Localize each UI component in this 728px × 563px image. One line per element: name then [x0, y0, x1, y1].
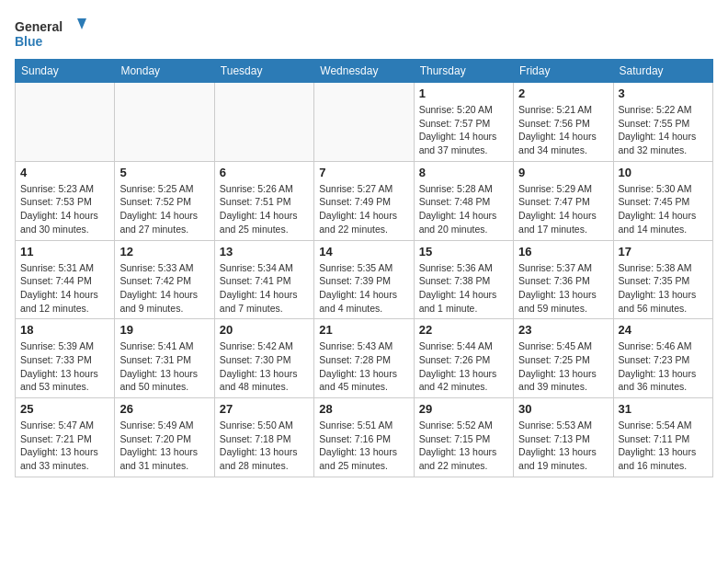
day-number: 12: [119, 245, 209, 259]
day-info: Sunrise: 5:47 AM Sunset: 7:21 PM Dayligh…: [20, 419, 109, 473]
day-number: 31: [619, 402, 708, 416]
calendar-header-row: SundayMondayTuesdayWednesdayThursdayFrid…: [16, 60, 713, 83]
calendar-cell: 13Sunrise: 5:34 AM Sunset: 7:41 PM Dayli…: [214, 240, 313, 319]
calendar-cell: 20Sunrise: 5:42 AM Sunset: 7:30 PM Dayli…: [214, 319, 313, 398]
day-info: Sunrise: 5:33 AM Sunset: 7:42 PM Dayligh…: [119, 261, 209, 316]
calendar-cell: 19Sunrise: 5:41 AM Sunset: 7:31 PM Dayli…: [115, 319, 214, 398]
calendar-cell: 11Sunrise: 5:31 AM Sunset: 7:44 PM Dayli…: [16, 240, 115, 319]
day-number: 19: [119, 323, 209, 337]
day-number: 26: [119, 402, 209, 416]
col-header-wednesday: Wednesday: [314, 60, 414, 83]
day-info: Sunrise: 5:20 AM Sunset: 7:57 PM Dayligh…: [419, 103, 508, 157]
day-info: Sunrise: 5:27 AM Sunset: 7:49 PM Dayligh…: [319, 182, 408, 236]
calendar-table: SundayMondayTuesdayWednesdayThursdayFrid…: [15, 59, 713, 477]
calendar-cell: [314, 83, 414, 162]
day-info: Sunrise: 5:51 AM Sunset: 7:16 PM Dayligh…: [319, 419, 408, 473]
day-number: 16: [518, 245, 608, 259]
day-info: Sunrise: 5:36 AM Sunset: 7:38 PM Dayligh…: [419, 261, 508, 316]
col-header-saturday: Saturday: [613, 60, 712, 83]
day-number: 24: [619, 323, 708, 337]
svg-text:General: General: [15, 19, 63, 34]
day-info: Sunrise: 5:35 AM Sunset: 7:39 PM Dayligh…: [319, 261, 408, 316]
day-info: Sunrise: 5:45 AM Sunset: 7:25 PM Dayligh…: [518, 339, 608, 394]
calendar-cell: 8Sunrise: 5:28 AM Sunset: 7:48 PM Daylig…: [414, 161, 513, 240]
day-info: Sunrise: 5:54 AM Sunset: 7:11 PM Dayligh…: [619, 419, 708, 473]
day-number: 29: [419, 402, 508, 416]
calendar-week-row: 18Sunrise: 5:39 AM Sunset: 7:33 PM Dayli…: [16, 319, 713, 398]
day-info: Sunrise: 5:37 AM Sunset: 7:36 PM Dayligh…: [518, 261, 608, 316]
logo: General Blue: [15, 15, 88, 52]
calendar-cell: 15Sunrise: 5:36 AM Sunset: 7:38 PM Dayli…: [414, 240, 513, 319]
calendar-cell: 6Sunrise: 5:26 AM Sunset: 7:51 PM Daylig…: [214, 161, 313, 240]
col-header-sunday: Sunday: [16, 60, 115, 83]
calendar-cell: 14Sunrise: 5:35 AM Sunset: 7:39 PM Dayli…: [314, 240, 414, 319]
calendar-cell: 26Sunrise: 5:49 AM Sunset: 7:20 PM Dayli…: [115, 398, 214, 477]
day-info: Sunrise: 5:46 AM Sunset: 7:23 PM Dayligh…: [619, 339, 708, 394]
calendar-cell: 12Sunrise: 5:33 AM Sunset: 7:42 PM Dayli…: [115, 240, 214, 319]
day-number: 23: [518, 323, 608, 337]
day-info: Sunrise: 5:31 AM Sunset: 7:44 PM Dayligh…: [20, 261, 109, 316]
day-info: Sunrise: 5:23 AM Sunset: 7:53 PM Dayligh…: [20, 182, 109, 236]
calendar-cell: 16Sunrise: 5:37 AM Sunset: 7:36 PM Dayli…: [514, 240, 613, 319]
calendar-cell: 21Sunrise: 5:43 AM Sunset: 7:28 PM Dayli…: [314, 319, 414, 398]
day-number: 6: [220, 166, 309, 179]
day-info: Sunrise: 5:42 AM Sunset: 7:30 PM Dayligh…: [220, 339, 309, 394]
day-number: 28: [319, 402, 408, 416]
calendar-week-row: 1Sunrise: 5:20 AM Sunset: 7:57 PM Daylig…: [16, 83, 713, 162]
day-number: 20: [220, 323, 309, 337]
day-number: 2: [518, 86, 608, 100]
day-info: Sunrise: 5:50 AM Sunset: 7:18 PM Dayligh…: [220, 419, 309, 473]
day-info: Sunrise: 5:53 AM Sunset: 7:13 PM Dayligh…: [518, 419, 608, 473]
calendar-cell: 27Sunrise: 5:50 AM Sunset: 7:18 PM Dayli…: [214, 398, 313, 477]
calendar-cell: 9Sunrise: 5:29 AM Sunset: 7:47 PM Daylig…: [514, 161, 613, 240]
day-info: Sunrise: 5:38 AM Sunset: 7:35 PM Dayligh…: [619, 261, 708, 316]
calendar-week-row: 4Sunrise: 5:23 AM Sunset: 7:53 PM Daylig…: [16, 161, 713, 240]
day-number: 14: [319, 245, 408, 259]
day-number: 21: [319, 323, 408, 337]
day-number: 3: [619, 86, 708, 100]
calendar-cell: 5Sunrise: 5:25 AM Sunset: 7:52 PM Daylig…: [115, 161, 214, 240]
day-info: Sunrise: 5:28 AM Sunset: 7:48 PM Dayligh…: [419, 182, 508, 236]
calendar-cell: [214, 83, 313, 162]
calendar-cell: [115, 83, 214, 162]
day-info: Sunrise: 5:41 AM Sunset: 7:31 PM Dayligh…: [119, 339, 209, 394]
calendar-cell: 17Sunrise: 5:38 AM Sunset: 7:35 PM Dayli…: [613, 240, 712, 319]
calendar-cell: 4Sunrise: 5:23 AM Sunset: 7:53 PM Daylig…: [16, 161, 115, 240]
calendar-week-row: 11Sunrise: 5:31 AM Sunset: 7:44 PM Dayli…: [16, 240, 713, 319]
day-number: 1: [419, 86, 508, 100]
calendar-cell: 10Sunrise: 5:30 AM Sunset: 7:45 PM Dayli…: [613, 161, 712, 240]
day-info: Sunrise: 5:30 AM Sunset: 7:45 PM Dayligh…: [619, 182, 708, 236]
logo-svg: General Blue: [15, 15, 88, 52]
calendar-cell: 18Sunrise: 5:39 AM Sunset: 7:33 PM Dayli…: [16, 319, 115, 398]
col-header-friday: Friday: [514, 60, 613, 83]
day-number: 15: [419, 245, 508, 259]
day-info: Sunrise: 5:52 AM Sunset: 7:15 PM Dayligh…: [419, 419, 508, 473]
svg-text:Blue: Blue: [15, 34, 43, 49]
page-header: General Blue: [15, 15, 713, 52]
col-header-monday: Monday: [115, 60, 214, 83]
day-number: 8: [419, 166, 508, 179]
day-number: 4: [20, 166, 109, 179]
day-number: 27: [220, 402, 309, 416]
day-info: Sunrise: 5:29 AM Sunset: 7:47 PM Dayligh…: [518, 182, 608, 236]
calendar-week-row: 25Sunrise: 5:47 AM Sunset: 7:21 PM Dayli…: [16, 398, 713, 477]
day-info: Sunrise: 5:25 AM Sunset: 7:52 PM Dayligh…: [119, 182, 209, 236]
day-number: 30: [518, 402, 608, 416]
calendar-cell: 30Sunrise: 5:53 AM Sunset: 7:13 PM Dayli…: [514, 398, 613, 477]
calendar-cell: 23Sunrise: 5:45 AM Sunset: 7:25 PM Dayli…: [514, 319, 613, 398]
day-number: 10: [619, 166, 708, 179]
calendar-cell: 7Sunrise: 5:27 AM Sunset: 7:49 PM Daylig…: [314, 161, 414, 240]
day-number: 9: [518, 166, 608, 179]
day-info: Sunrise: 5:49 AM Sunset: 7:20 PM Dayligh…: [119, 419, 209, 473]
col-header-thursday: Thursday: [414, 60, 513, 83]
day-info: Sunrise: 5:39 AM Sunset: 7:33 PM Dayligh…: [20, 339, 109, 394]
day-number: 22: [419, 323, 508, 337]
calendar-cell: 3Sunrise: 5:22 AM Sunset: 7:55 PM Daylig…: [613, 83, 712, 162]
day-number: 25: [20, 402, 109, 416]
day-number: 5: [119, 166, 209, 179]
calendar-cell: 1Sunrise: 5:20 AM Sunset: 7:57 PM Daylig…: [414, 83, 513, 162]
day-number: 7: [319, 166, 408, 179]
calendar-cell: 29Sunrise: 5:52 AM Sunset: 7:15 PM Dayli…: [414, 398, 513, 477]
calendar-cell: 28Sunrise: 5:51 AM Sunset: 7:16 PM Dayli…: [314, 398, 414, 477]
day-info: Sunrise: 5:21 AM Sunset: 7:56 PM Dayligh…: [518, 103, 608, 157]
